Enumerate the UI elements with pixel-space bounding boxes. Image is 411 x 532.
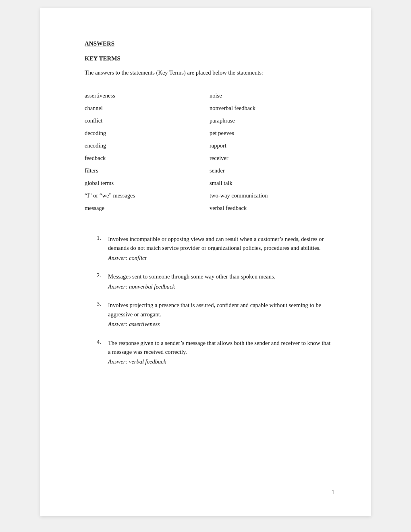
list-item-number: 3. xyxy=(97,301,105,328)
list-item-answer: Answer: conflict xyxy=(108,254,334,262)
list-item-content: 4.The response given to a sender’s messa… xyxy=(97,339,334,366)
term-left-item: “I” or “we” messages xyxy=(85,189,210,202)
list-item-content: 1.Involves incompatible or opposing view… xyxy=(97,235,334,262)
term-left-item: feedback xyxy=(85,152,210,164)
term-right-item: pet peeves xyxy=(210,127,334,139)
list-item-text: Messages sent to someone through some wa… xyxy=(108,272,334,291)
term-left-item: decoding xyxy=(85,127,210,139)
term-left-item: global terms xyxy=(85,177,210,189)
term-right-item: rapport xyxy=(210,139,334,152)
list-item-answer: Answer: verbal feedback xyxy=(108,357,334,366)
term-right-item: verbal feedback xyxy=(210,202,334,214)
list-item-text: Involves projecting a presence that is a… xyxy=(108,301,334,328)
subsection-title: KEY TERMS xyxy=(85,55,334,62)
list-item: 4.The response given to a sender’s messa… xyxy=(97,339,334,366)
list-item-content: 2.Messages sent to someone through some … xyxy=(97,272,334,291)
terms-column-right: noisenonverbal feedbackparaphrasepet pee… xyxy=(210,89,334,214)
list-item-number: 1. xyxy=(97,235,105,262)
term-left-item: assertiveness xyxy=(85,89,210,102)
page-number: 1 xyxy=(332,489,334,496)
intro-text: The answers to the statements (Key Terms… xyxy=(85,69,334,77)
terms-grid: assertivenesschannelconflictdecodingenco… xyxy=(85,89,334,214)
term-left-item: encoding xyxy=(85,139,210,152)
page: ANSWERS KEY TERMS The answers to the sta… xyxy=(40,8,371,516)
terms-column-left: assertivenesschannelconflictdecodingenco… xyxy=(85,89,210,214)
term-left-item: conflict xyxy=(85,114,210,127)
list-item: 3.Involves projecting a presence that is… xyxy=(97,301,334,328)
term-right-item: sender xyxy=(210,164,334,177)
term-right-item: two-way communication xyxy=(210,189,334,202)
term-right-item: noise xyxy=(210,89,334,102)
term-left-item: filters xyxy=(85,164,210,177)
list-item: 2.Messages sent to someone through some … xyxy=(97,272,334,291)
list-item-content: 3.Involves projecting a presence that is… xyxy=(97,301,334,328)
numbered-list: 1.Involves incompatible or opposing view… xyxy=(93,235,334,366)
term-right-item: nonverbal feedback xyxy=(210,102,334,114)
list-item-number: 2. xyxy=(97,272,105,291)
list-item-text: Involves incompatible or opposing views … xyxy=(108,235,334,262)
list-item-number: 4. xyxy=(97,339,105,366)
term-right-item: small talk xyxy=(210,177,334,189)
list-item-text: The response given to a sender’s message… xyxy=(108,339,334,366)
term-left-item: message xyxy=(85,202,210,214)
term-right-item: receiver xyxy=(210,152,334,164)
term-left-item: channel xyxy=(85,102,210,114)
section-title: ANSWERS xyxy=(85,40,334,47)
list-item: 1.Involves incompatible or opposing view… xyxy=(97,235,334,262)
list-item-answer: Answer: nonverbal feedback xyxy=(108,282,334,291)
term-right-item: paraphrase xyxy=(210,114,334,127)
list-item-answer: Answer: assertiveness xyxy=(108,320,334,328)
